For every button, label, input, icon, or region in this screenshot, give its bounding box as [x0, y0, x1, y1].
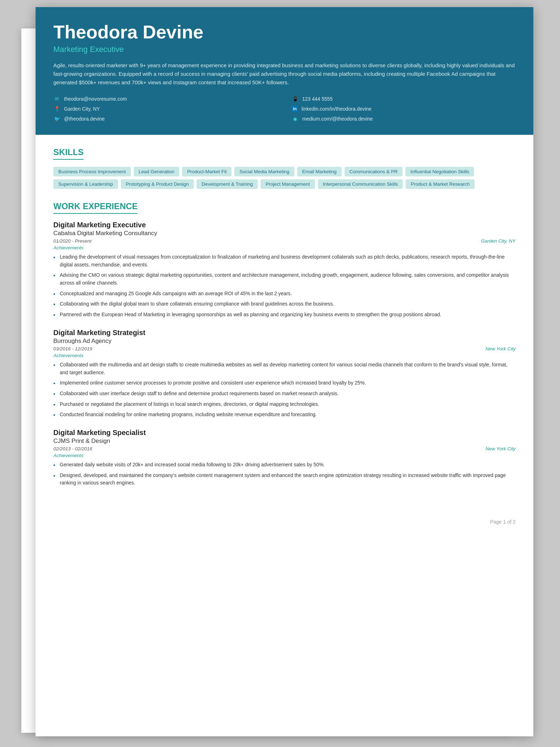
skill-tag: Supervision & Leadership — [53, 179, 118, 189]
candidate-name: Theodora Devine — [53, 21, 516, 43]
job-2-date-location: 03/2016 - 12/2019 New York City — [53, 346, 516, 351]
phone-value: 123 444 5555 — [302, 96, 333, 102]
job-2-date: 03/2016 - 12/2019 — [53, 346, 92, 351]
skill-tag: Prototyping & Product Design — [121, 179, 194, 189]
job-2-achievements-label: Achievements — [53, 353, 516, 358]
job-2-company: Burroughs Ad Agency — [53, 338, 516, 345]
skill-tag: Social Media Marketing — [234, 167, 294, 176]
skill-tag: Email Marketing — [297, 167, 342, 176]
skill-tag: Product & Market Research — [406, 179, 475, 189]
job-1-bullets: Leading the development of visual messag… — [53, 253, 516, 319]
email-icon: ✉ — [53, 95, 60, 102]
job-2-bullet-3: Collaborated with user interface design … — [53, 390, 516, 398]
contact-location: 📍 Garden City, NY — [53, 105, 277, 112]
job-1-company: Cabalsa Digital Marketing Consultancy — [53, 230, 516, 237]
work-experience-section: WORK EXPERIENCE Digital Marketing Execut… — [53, 201, 516, 487]
page-1-number: Page 1 of 2 — [36, 512, 533, 530]
resume-header: Theodora Devine Marketing Executive Agil… — [36, 7, 533, 135]
contact-email: ✉ theodora@novoresume.com — [53, 95, 277, 102]
job-1-bullet-3: Conceptualized and managing 25 Google Ad… — [53, 290, 516, 298]
job-2-title: Digital Marketing Strategist — [53, 329, 516, 337]
contact-twitter: 🐦 @theodora.devine — [53, 115, 277, 122]
job-1-bullet-4: Collaborating with the digital global te… — [53, 300, 516, 308]
skill-tag: Communications & PR — [345, 167, 403, 176]
job-3-date-location: 02/2013 - 02/2016 New York City — [53, 446, 516, 451]
job-2-bullet-1: Collaborated with the multimedia and art… — [53, 361, 516, 376]
candidate-title: Marketing Executive — [53, 45, 516, 54]
job-1-bullet-5: Partnered with the European Head of Mark… — [53, 311, 516, 319]
contact-grid: ✉ theodora@novoresume.com 📱 123 444 5555… — [53, 95, 516, 122]
location-icon: 📍 — [53, 105, 60, 112]
job-3-date: 02/2013 - 02/2016 — [53, 446, 92, 451]
job-2-bullet-4: Purchased or negotiated the placement of… — [53, 401, 516, 408]
main-content: SKILLS Business Process Improvement Lead… — [36, 135, 533, 512]
job-3-bullets: Generated daily website visits of 20k+ a… — [53, 461, 516, 487]
job-1-bullet-1: Leading the development of visual messag… — [53, 253, 516, 269]
job-2-bullet-5: Conducted financial modeling for online … — [53, 411, 516, 419]
location-value: Garden City, NY — [64, 106, 100, 112]
skills-title: SKILLS — [53, 147, 84, 160]
skill-tag: Lead Generation — [134, 167, 180, 176]
job-1-bullet-2: Advising the CMO on various strategic di… — [53, 271, 516, 287]
job-2-location: New York City — [485, 346, 516, 351]
job-1-location: Garden City, NY — [481, 238, 516, 244]
job-2-bullet-2: Implemented online customer service proc… — [53, 379, 516, 387]
job-1-date: 01/2020 - Present — [53, 238, 91, 244]
job-1-date-location: 01/2020 - Present Garden City, NY — [53, 238, 516, 244]
job-3-bullet-1: Generated daily website visits of 20k+ a… — [53, 461, 516, 469]
page-1-main: Theodora Devine Marketing Executive Agil… — [36, 7, 533, 736]
skill-tag: Business Process Improvement — [53, 167, 131, 176]
medium-value: medium.com/@theodora.devine — [302, 116, 373, 122]
job-1-title: Digital Marketing Executive — [53, 221, 516, 229]
linkedin-icon: in — [292, 106, 298, 112]
linkedin-value: linkedin.com/in/theodora.devine — [302, 106, 372, 112]
job-3-achievements-label: Achievements — [53, 453, 516, 458]
job-3: Digital Marketing Specialist CJMS Print … — [53, 429, 516, 487]
skills-section: SKILLS Business Process Improvement Lead… — [53, 147, 516, 189]
twitter-icon: 🐦 — [53, 115, 60, 122]
phone-icon: 📱 — [292, 95, 299, 102]
job-3-company: CJMS Print & Design — [53, 438, 516, 445]
job-3-location: New York City — [485, 446, 516, 451]
job-2: Digital Marketing Strategist Burroughs A… — [53, 329, 516, 419]
skill-tag: Development & Training — [197, 179, 258, 189]
candidate-summary: Agile, results-oriented marketer with 9+… — [53, 61, 516, 87]
job-2-bullets: Collaborated with the multimedia and art… — [53, 361, 516, 419]
job-3-title: Digital Marketing Specialist — [53, 429, 516, 437]
contact-medium: ◉ medium.com/@theodora.devine — [292, 115, 516, 122]
skill-tag: Product-Market Fit — [182, 167, 231, 176]
medium-icon: ◉ — [292, 115, 299, 122]
contact-linkedin: in linkedin.com/in/theodora.devine — [292, 105, 516, 112]
contact-phone: 📱 123 444 5555 — [292, 95, 516, 102]
work-experience-title: WORK EXPERIENCE — [53, 201, 138, 214]
job-3-bullet-2: Designed, developed, and maintained the … — [53, 472, 516, 487]
email-value: theodora@novoresume.com — [64, 96, 127, 102]
skill-tag: Project Management — [261, 179, 315, 189]
skill-tag: Influential Negotiation Skills — [405, 167, 474, 176]
twitter-value: @theodora.devine — [64, 116, 105, 122]
skills-container: Business Process Improvement Lead Genera… — [53, 167, 516, 189]
skill-tag: Interpersonal Communication Skills — [318, 179, 403, 189]
job-1: Digital Marketing Executive Cabalsa Digi… — [53, 221, 516, 319]
job-1-achievements-label: Achievements — [53, 245, 516, 250]
